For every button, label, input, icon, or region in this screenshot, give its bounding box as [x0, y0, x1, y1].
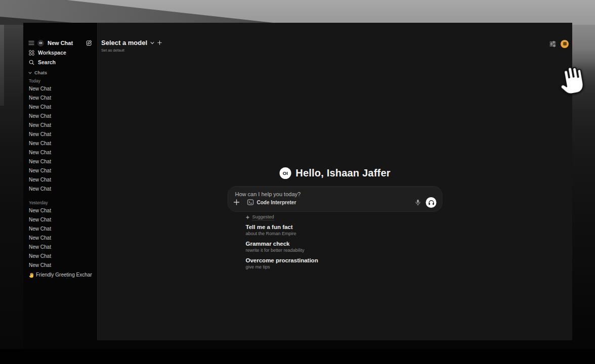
code-interpreter-toggle[interactable]: Code Interpreter [247, 199, 296, 205]
sidebar: OI New Chat Workspace Search Chats Today [23, 23, 98, 340]
sidebar-item-search[interactable]: Search [28, 58, 92, 67]
new-chat-icon[interactable] [86, 40, 92, 46]
main-area: Select a model Set as default OI Hell [98, 23, 572, 340]
section-label-yesterday: Yesterday [28, 199, 92, 206]
chat-list-item[interactable]: New Chat [28, 157, 92, 166]
controls-sliders-icon[interactable] [549, 41, 556, 47]
suggested-label: Suggested [252, 214, 274, 220]
code-interpreter-label: Code Interpreter [257, 200, 296, 205]
prompt-subtitle: about the Roman Empire [246, 231, 443, 237]
chat-list-item[interactable]: New Chat [28, 243, 92, 252]
composer-toolbar: Code Interpreter [234, 197, 437, 208]
chevron-down-icon [28, 72, 32, 74]
prompt-subtitle: give me tips [246, 264, 443, 270]
mic-icon[interactable] [415, 199, 421, 206]
attach-plus-icon[interactable] [234, 199, 240, 205]
chat-list-item[interactable]: New Chat [28, 94, 92, 103]
wave-emoji-icon [29, 272, 34, 278]
center-column: OI Hello, Ishaan Jaffer How can I help y… [228, 23, 443, 270]
spark-icon [246, 215, 250, 219]
user-avatar[interactable] [561, 40, 569, 48]
chats-label: Chats [34, 70, 47, 75]
prompt-title: Tell me a fun fact [246, 224, 443, 231]
chat-list-item[interactable]: New Chat [28, 215, 92, 224]
app-logo: OI [37, 40, 44, 47]
sidebar-title: New Chat [48, 40, 83, 46]
suggested-header: Suggested [246, 215, 443, 220]
sidebar-header: OI New Chat [28, 38, 92, 48]
chevron-down-icon [150, 41, 154, 44]
chat-list-item[interactable]: New Chat [28, 84, 92, 94]
chat-list-item[interactable]: New Chat [28, 121, 92, 130]
chat-title: Friendly Greeting Exchange [36, 270, 92, 280]
greeting: OI Hello, Ishaan Jaffer [228, 167, 443, 179]
suggested-prompt[interactable]: Grammar check rewrite it for better read… [246, 241, 443, 253]
chat-list-item[interactable]: New Chat [28, 166, 92, 175]
terminal-icon [247, 199, 254, 205]
search-label: Search [38, 59, 56, 65]
chat-list-item[interactable]: New Chat [28, 261, 92, 270]
prompt-title: Overcome procrastination [246, 257, 443, 264]
background-bottom-band [0, 349, 595, 364]
chat-list-item[interactable]: New Chat [28, 206, 92, 215]
chat-list-item[interactable]: New Chat [28, 234, 92, 243]
chat-list-item-friendly-greeting[interactable]: Friendly Greeting Exchange [28, 270, 92, 280]
search-icon [29, 60, 34, 65]
model-selector-label: Select a model [101, 39, 147, 47]
open-webui-window: OI New Chat Workspace Search Chats Today [23, 23, 572, 340]
sidebar-item-workspace[interactable]: Workspace [28, 48, 92, 57]
model-selector[interactable]: Select a model [101, 39, 162, 46]
model-selector-block: Select a model Set as default [101, 39, 162, 53]
sidebar-toggle-icon[interactable] [28, 40, 34, 46]
chat-list-item[interactable]: New Chat [28, 148, 92, 157]
app-logo-large: OI [279, 167, 291, 179]
prompt-subtitle: rewrite it for better readability [246, 248, 443, 253]
set-as-default-link[interactable]: Set as default [101, 48, 162, 53]
grid-icon [29, 50, 34, 56]
chat-list-item[interactable]: New Chat [28, 252, 92, 261]
prompt-title: Grammar check [246, 241, 443, 247]
chat-list-item[interactable]: New Chat [28, 175, 92, 185]
avatar-glyph [563, 42, 567, 46]
chat-list-item[interactable]: New Chat [28, 224, 92, 234]
chat-list-item[interactable]: New Chat [28, 130, 92, 139]
chat-list-item[interactable]: New Chat [28, 103, 92, 112]
workspace-label: Workspace [38, 50, 66, 56]
greeting-text: Hello, Ishaan Jaffer [295, 167, 390, 179]
add-model-icon[interactable] [157, 40, 162, 45]
voice-call-button[interactable] [426, 197, 437, 208]
background-right-margin [572, 25, 595, 349]
chat-list-item[interactable]: New Chat [28, 185, 92, 194]
suggested-section: Suggested Tell me a fun fact about the R… [228, 215, 443, 270]
background-shape [0, 25, 4, 106]
suggested-prompt[interactable]: Overcome procrastination give me tips [246, 257, 443, 270]
chats-section-toggle[interactable]: Chats [28, 68, 92, 77]
chat-list-item[interactable]: New Chat [28, 139, 92, 148]
suggested-prompt[interactable]: Tell me a fun fact about the Roman Empir… [246, 224, 443, 237]
message-composer[interactable]: How can I help you today? Code Interpret… [228, 186, 443, 212]
chat-list-item[interactable]: New Chat [28, 112, 92, 121]
header-actions [549, 39, 569, 48]
section-label-today: Today [28, 77, 92, 84]
